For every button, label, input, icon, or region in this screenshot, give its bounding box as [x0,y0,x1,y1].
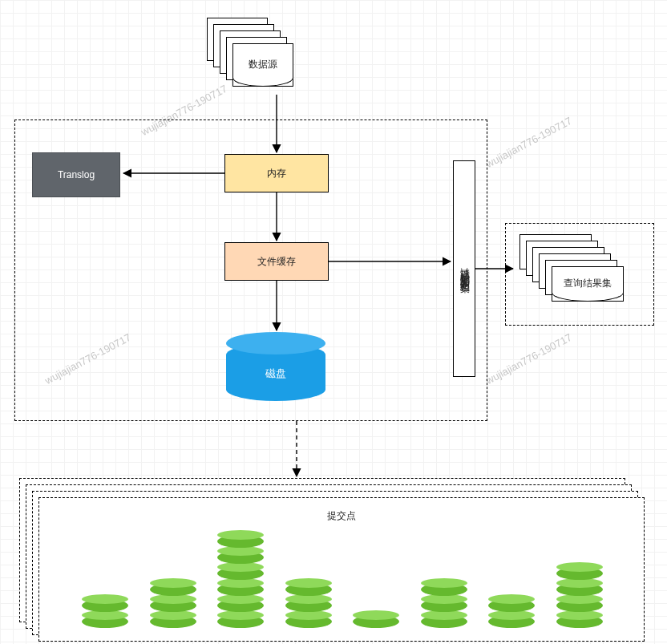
segment-disk [488,599,535,612]
disk-label: 磁盘 [226,367,325,381]
segment-disk [556,599,603,612]
segment-disk [353,615,399,628]
filter-label: 过滤已标记删除的文档集 [458,260,471,277]
filter-node: 过滤已标记删除的文档集 [453,160,475,377]
datasource-label: 数据源 [233,58,293,71]
filecache-node: 文件缓存 [224,242,329,281]
segment-disk [421,615,467,628]
segment-disk [217,599,264,612]
segment-disk [556,583,603,596]
segment-disk [217,551,264,564]
segment-disk [150,583,196,596]
segment-disk [488,615,535,628]
commit-card-front: 提交点 [38,497,645,642]
translog-label: Translog [58,169,95,180]
segment-disk [285,583,332,596]
watermark: wujiajian776-190717 [483,331,573,387]
resultset-label: 查询结果集 [552,277,623,290]
segment-disk [421,599,467,612]
segment-disk [556,567,603,580]
segment-disk [217,615,264,628]
commit-stacks [39,524,644,628]
segment-disk [150,615,196,628]
segment-disk [421,583,467,596]
translog-node: Translog [32,152,120,197]
segment-disk [217,567,264,580]
commitpoint-label: 提交点 [39,509,644,523]
segment-disk [285,615,332,628]
segment-disk [285,599,332,612]
memory-label: 内存 [267,167,286,180]
disk-node: 磁盘 [226,343,325,401]
segment-disk [82,599,128,612]
segment-disk [150,599,196,612]
segment-disk [217,535,264,548]
memory-node: 内存 [224,154,329,192]
segment-disk [556,615,603,628]
segment-disk [217,583,264,596]
watermark: wujiajian776-190717 [483,115,573,170]
segment-disk [82,615,128,628]
filecache-label: 文件缓存 [257,255,296,269]
